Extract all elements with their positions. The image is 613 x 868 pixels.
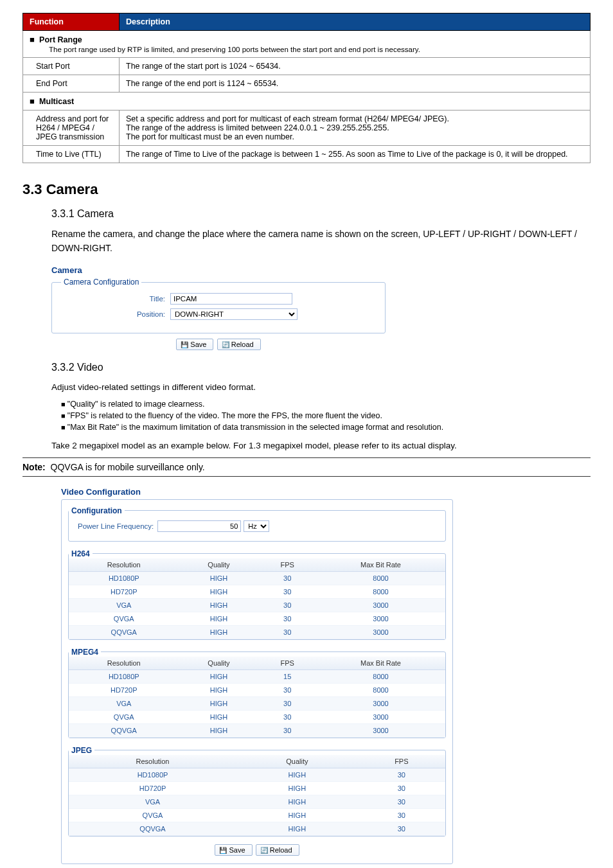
table-cell: 8000 bbox=[316, 669, 445, 683]
table-cell: HIGH bbox=[179, 696, 259, 710]
jpeg-fieldset: JPEGResolutionQualityFPSHD1080PHIGH30HD7… bbox=[68, 746, 446, 837]
video-reload-button[interactable]: 🔄Reload bbox=[256, 844, 299, 856]
table-cell: HD720P bbox=[69, 585, 179, 598]
video-bullets: "Quality" is related to image clearness.… bbox=[61, 400, 591, 432]
table-cell: 30 bbox=[358, 822, 445, 835]
reload-button[interactable]: 🔄Reload bbox=[217, 339, 261, 350]
title-input[interactable] bbox=[170, 293, 292, 305]
port-range-section: ■ Port Range The port range used by RTP … bbox=[23, 31, 591, 58]
column-header: Resolution bbox=[69, 657, 179, 670]
table-row[interactable]: HD1080PHIGH158000 bbox=[69, 669, 445, 683]
table-cell: 8000 bbox=[316, 571, 445, 585]
column-header: Quality bbox=[179, 558, 259, 572]
reload-icon: 🔄 bbox=[260, 847, 268, 854]
camera-paragraph: Rename the camera, and change the place … bbox=[51, 227, 583, 255]
camera-panel-title: Camera bbox=[51, 265, 386, 275]
camera-config-legend: Camera Configuration bbox=[61, 278, 141, 287]
table-row[interactable]: QQVGAHIGH303000 bbox=[69, 723, 445, 737]
configuration-fieldset: Configuration Power Line Frequency: Hz bbox=[68, 506, 446, 542]
table-cell: VGA bbox=[69, 795, 236, 808]
video-paragraph-2: Take 2 megapixel model as an example bel… bbox=[51, 439, 583, 452]
table-row[interactable]: VGAHIGH303000 bbox=[69, 696, 445, 710]
table-cell: 30 bbox=[258, 723, 316, 737]
table-cell: HIGH bbox=[179, 669, 259, 683]
table-row[interactable]: QVGAHIGH303000 bbox=[69, 710, 445, 723]
note-label: Note: bbox=[22, 462, 46, 472]
table-cell: QQVGA bbox=[69, 723, 179, 737]
table-row[interactable]: VGAHIGH30 bbox=[69, 795, 445, 808]
video-panel-title: Video Configuration bbox=[61, 487, 453, 497]
table-cell: 30 bbox=[358, 768, 445, 781]
table-cell: HD1080P bbox=[69, 571, 179, 585]
table-cell: HIGH bbox=[236, 808, 358, 822]
table-cell: 30 bbox=[358, 781, 445, 795]
mpeg4-table: ResolutionQualityFPSMax Bit RateHD1080PH… bbox=[69, 657, 445, 738]
video-config-outer-fieldset: Configuration Power Line Frequency: Hz H… bbox=[61, 499, 453, 864]
table-cell: 3000 bbox=[316, 710, 445, 723]
table-row[interactable]: HD720PHIGH30 bbox=[69, 781, 445, 795]
multicast-section: ■ Multicast bbox=[23, 93, 591, 111]
function-table: Function Description ■ Port Range The po… bbox=[22, 13, 591, 163]
table-cell: 30 bbox=[358, 808, 445, 822]
table-cell: QVGA bbox=[69, 612, 179, 625]
table-cell: 30 bbox=[258, 683, 316, 696]
video-save-button[interactable]: 💾Save bbox=[215, 844, 252, 856]
table-cell: VGA bbox=[69, 598, 179, 612]
note-text: QQVGA is for mobile surveillance only. bbox=[51, 462, 205, 472]
table-row[interactable]: VGAHIGH303000 bbox=[69, 598, 445, 612]
table-cell: HIGH bbox=[179, 571, 259, 585]
table-cell: VGA bbox=[69, 696, 179, 710]
table-cell: HIGH bbox=[179, 723, 259, 737]
note-row: Note: QQVGA is for mobile surveillance o… bbox=[22, 457, 591, 477]
table-cell: 8000 bbox=[316, 585, 445, 598]
power-line-label: Power Line Frequency: bbox=[78, 522, 154, 530]
bullet-quality: "Quality" is related to image clearness. bbox=[61, 400, 591, 409]
title-label: Title: bbox=[61, 295, 170, 303]
end-port-desc: The range of the end port is 1124 ~ 6553… bbox=[120, 75, 591, 93]
table-row[interactable]: QQVGAHIGH30 bbox=[69, 822, 445, 835]
table-cell: 30 bbox=[258, 696, 316, 710]
table-cell: HIGH bbox=[179, 683, 259, 696]
power-line-input[interactable] bbox=[157, 520, 241, 532]
save-icon: 💾 bbox=[219, 847, 227, 854]
position-label: Position: bbox=[61, 310, 170, 318]
table-row[interactable]: HD720PHIGH308000 bbox=[69, 585, 445, 598]
subsection-camera: 3.3.1 Camera bbox=[51, 208, 591, 220]
table-cell: HIGH bbox=[236, 768, 358, 781]
table-cell: 30 bbox=[358, 795, 445, 808]
mpeg4-fieldset: MPEG4ResolutionQualityFPSMax Bit RateHD1… bbox=[68, 648, 446, 738]
table-row[interactable]: QVGAHIGH30 bbox=[69, 808, 445, 822]
position-select[interactable]: DOWN-RIGHT bbox=[170, 308, 298, 320]
addr-port-label: Address and port for H264 / MPEG4 / JPEG… bbox=[23, 111, 120, 146]
table-cell: 8000 bbox=[316, 683, 445, 696]
start-port-desc: The range of the start port is 1024 ~ 65… bbox=[120, 58, 591, 75]
func-header-right: Description bbox=[120, 13, 591, 31]
table-row[interactable]: HD1080PHIGH308000 bbox=[69, 571, 445, 585]
table-row[interactable]: HD720PHIGH308000 bbox=[69, 683, 445, 696]
table-cell: 30 bbox=[258, 585, 316, 598]
table-cell: 30 bbox=[258, 625, 316, 639]
subsection-video: 3.3.2 Video bbox=[51, 362, 591, 373]
table-cell: QVGA bbox=[69, 710, 179, 723]
table-cell: HIGH bbox=[179, 612, 259, 625]
table-row[interactable]: QVGAHIGH303000 bbox=[69, 612, 445, 625]
bullet-max-bit-rate: "Max Bit Rate" is the maximum limitation… bbox=[61, 423, 591, 432]
table-cell: HIGH bbox=[236, 781, 358, 795]
port-range-title: Port Range bbox=[39, 35, 82, 44]
column-header: Quality bbox=[179, 657, 259, 670]
reload-icon: 🔄 bbox=[222, 341, 229, 348]
table-cell: HD720P bbox=[69, 781, 236, 795]
table-cell: QQVGA bbox=[69, 625, 179, 639]
addr-port-desc: Set a specific address and port for mult… bbox=[120, 111, 591, 146]
bullet-fps: "FPS" is related to the fluency of the v… bbox=[61, 411, 591, 420]
table-cell: 30 bbox=[258, 571, 316, 585]
table-row[interactable]: QQVGAHIGH303000 bbox=[69, 625, 445, 639]
table-row[interactable]: HD1080PHIGH30 bbox=[69, 768, 445, 781]
func-header-left: Function bbox=[23, 13, 120, 31]
table-cell: HD720P bbox=[69, 683, 179, 696]
column-header: FPS bbox=[358, 755, 445, 768]
h264-table: ResolutionQualityFPSMax Bit RateHD1080PH… bbox=[69, 558, 445, 639]
power-line-unit-select[interactable]: Hz bbox=[244, 520, 269, 532]
column-header: Quality bbox=[236, 755, 358, 768]
save-button[interactable]: 💾Save bbox=[176, 339, 213, 350]
